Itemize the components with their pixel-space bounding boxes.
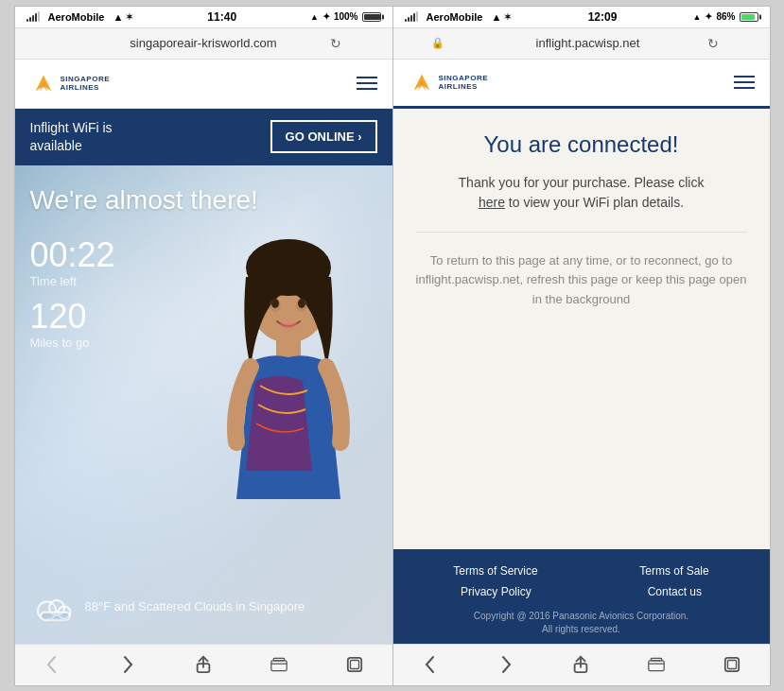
status-bar-left: AeroMobile ▲ ✶ 11:40 ▲ ✦ 100%	[15, 7, 392, 27]
miles-label: Miles to go	[30, 336, 377, 350]
miles-stat: 120 Miles to go	[30, 300, 377, 350]
battery-percent-right: 86%	[716, 11, 735, 22]
here-link[interactable]: here	[479, 195, 505, 210]
left-phone: AeroMobile ▲ ✶ 11:40 ▲ ✦ 100% singapore	[14, 6, 392, 686]
carrier-name-right: AeroMobile	[427, 11, 483, 23]
sia-logo-left: SINGAPORE AIRLINES	[30, 70, 111, 96]
content-divider	[416, 232, 747, 233]
bluetooth-icon-right: ✦	[705, 11, 712, 22]
sia-logo-text: SINGAPORE AIRLINES	[61, 75, 111, 92]
url-text-right[interactable]: inflight.pacwisp.net	[444, 36, 732, 50]
connected-subtitle: Thank you for your purchase. Please clic…	[416, 173, 747, 213]
back-arrow-icon-right	[424, 655, 437, 674]
battery-icon	[362, 12, 381, 22]
terms-of-service-link[interactable]: Terms of Service	[453, 564, 537, 578]
svg-rect-15	[271, 661, 287, 671]
tabs-button-left[interactable]	[336, 651, 374, 678]
purchase-text: Thank you for your purchase. Please clic…	[459, 175, 705, 190]
connected-content: You are connected! Thank you for your pu…	[393, 109, 770, 549]
go-online-button[interactable]: GO ONLINE ›	[270, 120, 377, 153]
carrier-name: AeroMobile	[48, 11, 105, 23]
status-right-left: AeroMobile ▲ ✶	[405, 11, 513, 23]
wifi-icon-right: ▲	[492, 11, 502, 23]
hamburger-menu-left[interactable]	[357, 77, 377, 90]
weather-section: 88°F and Scattered Clouds in Singapore	[30, 591, 305, 625]
sia-logo-right: SINGAPORE AIRLINES	[409, 69, 489, 95]
tabs-icon-right	[723, 656, 740, 673]
svg-rect-24	[651, 658, 661, 660]
wifi-banner-text: Inflight WiFi is available	[30, 119, 113, 153]
forward-arrow-icon	[121, 655, 134, 674]
forward-button-right[interactable]	[487, 651, 525, 678]
hamburger-line-r2	[734, 81, 755, 83]
wifi-icon: ▲	[113, 11, 124, 23]
battery-icon-right	[740, 12, 758, 22]
footer-links-row1: Terms of Service Terms of Sale	[403, 564, 760, 578]
url-text-left[interactable]: singaporeair-krisworld.com	[53, 36, 355, 50]
connected-title: You are connected!	[416, 131, 747, 158]
browser-bottom-left	[15, 644, 392, 685]
nav-header-left: SINGAPORE AIRLINES	[15, 60, 392, 109]
status-bar-right: AeroMobile ▲ ✶ 12:09 ▲ ✦ 86%	[393, 7, 770, 27]
battery-percent: 100%	[334, 11, 358, 22]
forward-arrow-icon-right	[499, 655, 513, 674]
terms-of-sale-link[interactable]: Terms of Sale	[639, 564, 708, 578]
lock-icon: 🔒	[431, 37, 444, 49]
wifi-text-line1: Inflight WiFi is	[30, 119, 113, 136]
nav-header-right: SINGAPORE AIRLINES	[393, 60, 770, 109]
bookmarks-button-left[interactable]	[260, 651, 298, 678]
share-button-left[interactable]	[184, 651, 222, 678]
share-button-right[interactable]	[562, 651, 600, 678]
url-bar-left[interactable]: singaporeair-krisworld.com ↻	[15, 27, 392, 60]
status-right-right: ▲ ✦ 86%	[693, 11, 758, 22]
signal-icon-right	[405, 12, 418, 22]
url-bar-right[interactable]: 🔒 inflight.pacwisp.net ↻	[393, 27, 770, 60]
miles-value: 120	[30, 300, 377, 334]
hamburger-menu-right[interactable]	[734, 76, 755, 89]
hamburger-line-2	[357, 82, 377, 84]
status-left-info: AeroMobile ▲ ✶	[26, 11, 134, 23]
reconnect-text: To return to this page at any time, or t…	[416, 251, 747, 310]
svg-rect-16	[273, 658, 284, 660]
tabs-button-right[interactable]	[713, 651, 751, 678]
weather-text: 88°F and Scattered Clouds in Singapore	[85, 598, 305, 615]
hero-section: We're almost there! 00:22 Time left 120 …	[15, 165, 392, 644]
brightness-icon-right: ✶	[504, 12, 512, 22]
tabs-icon	[346, 656, 363, 673]
brightness-icon: ✶	[126, 12, 133, 22]
sia-bird-icon	[30, 70, 57, 96]
back-button-right[interactable]	[411, 651, 449, 678]
hero-content: We're almost there! 00:22 Time left 120 …	[15, 165, 392, 644]
hamburger-line-r3	[734, 87, 755, 89]
footer-links-row2: Privacy Policy Contact us	[403, 585, 760, 598]
reload-icon[interactable]: ↻	[330, 36, 341, 51]
back-button-left[interactable]	[33, 651, 71, 678]
copyright-text: Copyright @ 2016 Panasonic Avionics Corp…	[403, 610, 760, 636]
cloud-icon	[30, 591, 76, 625]
url-wrapper: singaporeair-krisworld.com ↻	[53, 36, 355, 50]
sia-bird-icon-right	[409, 69, 435, 95]
hero-title: We're almost there!	[30, 184, 377, 216]
connected-footer: Terms of Service Terms of Sale Privacy P…	[393, 549, 770, 644]
signal-icon	[26, 12, 40, 22]
right-phone: AeroMobile ▲ ✶ 12:09 ▲ ✦ 86% 🔒	[392, 6, 771, 686]
reload-icon-right[interactable]: ↻	[707, 36, 719, 51]
contact-us-link[interactable]: Contact us	[648, 585, 702, 598]
share-icon	[195, 655, 212, 674]
location-icon: ▲	[310, 12, 319, 22]
forward-button-left[interactable]	[109, 651, 147, 678]
hamburger-line-r1	[734, 76, 755, 78]
status-right-info: ▲ ✦ 100%	[310, 11, 381, 22]
wifi-banner: Inflight WiFi is available GO ONLINE ›	[15, 109, 392, 165]
time-label: Time left	[30, 274, 377, 288]
bluetooth-icon: ✦	[322, 11, 330, 22]
time-display: 11:40	[207, 10, 236, 24]
privacy-policy-link[interactable]: Privacy Policy	[461, 585, 531, 598]
svg-rect-13	[42, 613, 69, 619]
time-value: 00:22	[30, 238, 377, 272]
svg-rect-19	[350, 661, 358, 669]
svg-rect-23	[649, 661, 664, 671]
svg-rect-27	[727, 661, 736, 669]
share-icon-right	[572, 655, 589, 674]
bookmarks-button-right[interactable]	[637, 651, 675, 678]
